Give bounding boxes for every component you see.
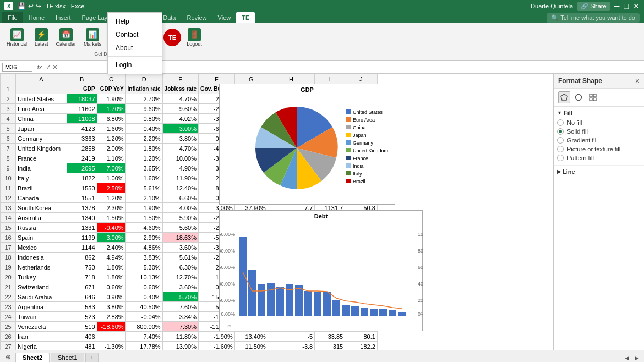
cell-A19[interactable]: Netherlands xyxy=(16,262,67,272)
fill-no-fill[interactable]: No fill xyxy=(557,118,641,127)
row-header-7[interactable]: 7 xyxy=(1,144,16,153)
cell-D9[interactable]: 3.65% xyxy=(125,163,162,173)
cell-A14[interactable]: Australia xyxy=(16,213,67,223)
cell-A22[interactable]: Saudi Arabia xyxy=(16,292,67,302)
cell-C18[interactable]: 4.94% xyxy=(97,253,125,262)
cell-C21[interactable]: 0.60% xyxy=(97,282,125,292)
cell-A4[interactable]: China xyxy=(16,114,67,124)
cell-C5[interactable]: 1.60% xyxy=(97,124,125,134)
col-c-header[interactable]: C xyxy=(97,74,125,84)
fill-picture-texture[interactable]: Picture or texture fill xyxy=(557,145,641,153)
cell-A7[interactable]: United Kingdom xyxy=(16,144,67,153)
cell-E9[interactable]: 4.90% xyxy=(162,163,198,173)
cell-C12[interactable]: 1.20% xyxy=(97,193,125,203)
col-h-header[interactable]: H xyxy=(268,74,315,84)
debt-chart[interactable]: Debt 250.00% 200.00% 150.00% 100.00% 50.… xyxy=(219,210,423,331)
cell-A18[interactable]: Indonesia xyxy=(16,253,67,262)
cell-B27[interactable]: 481 xyxy=(67,342,97,350)
cell-E23[interactable]: 7.60% xyxy=(162,302,198,312)
cell-A26[interactable]: Iran xyxy=(16,332,67,342)
cell-E20[interactable]: 12.70% xyxy=(162,272,198,282)
cell-E12[interactable]: 6.60% xyxy=(162,193,198,203)
cell-G27[interactable]: 11.50% xyxy=(234,342,268,350)
sheet-tab-add[interactable]: ⊕ xyxy=(2,352,14,362)
cell-D2[interactable]: 2.70% xyxy=(125,94,162,104)
row-header-22[interactable]: 22 xyxy=(1,292,16,302)
cell-C20[interactable]: -1.80% xyxy=(97,272,125,282)
row-header-1[interactable]: 1 xyxy=(1,84,16,94)
row-header-4[interactable]: 4 xyxy=(1,114,16,124)
sheet-tab-sheet1[interactable]: Sheet1 xyxy=(51,353,84,362)
cell-D23[interactable]: 40.50% xyxy=(125,302,162,312)
cell-D7[interactable]: 1.80% xyxy=(125,144,162,153)
cell-C2[interactable]: 1.90% xyxy=(97,94,125,104)
col-e-header[interactable]: E xyxy=(162,74,198,84)
cell-D15[interactable]: 4.60% xyxy=(125,223,162,233)
cell-A15[interactable]: Russia xyxy=(16,223,67,233)
calendar-btn[interactable]: 📅 Calendar xyxy=(54,27,79,48)
cell-D3[interactable]: 9.60% xyxy=(125,104,162,114)
fill-section-header[interactable]: ▼ Fill xyxy=(557,109,641,116)
cell-E1[interactable]: Jobless rate xyxy=(162,84,198,94)
cell-D16[interactable]: 2.90% xyxy=(125,233,162,243)
quick-access-undo[interactable]: ↩ xyxy=(28,2,34,10)
cell-A12[interactable]: Canada xyxy=(16,193,67,203)
row-header-10[interactable]: 10 xyxy=(1,173,16,183)
cell-C10[interactable]: 1.00% xyxy=(97,173,125,183)
cell-D24[interactable]: -0.04% xyxy=(125,312,162,322)
cell-A9[interactable]: India xyxy=(16,163,67,173)
cell-I26[interactable]: 33.85 xyxy=(315,332,345,342)
cell-A8[interactable]: France xyxy=(16,153,67,163)
cell-reference[interactable] xyxy=(2,63,32,72)
cell-B8[interactable]: 2419 xyxy=(67,153,97,163)
search-bar[interactable]: 🔍 Tell me what you want to do xyxy=(547,13,640,23)
sheet-tab-plus[interactable]: + xyxy=(85,353,99,362)
cell-F27[interactable]: -1.60% xyxy=(198,342,234,350)
cell-E27[interactable]: 13.90% xyxy=(162,342,198,350)
cell-D27[interactable]: 17.78% xyxy=(125,342,162,350)
cell-A21[interactable]: Switzerland xyxy=(16,282,67,292)
size-properties-icon[interactable] xyxy=(587,91,599,103)
cell-B4[interactable]: 11008 xyxy=(67,114,97,124)
historical-btn[interactable]: 📈 Historical xyxy=(4,27,29,48)
format-panel-close-btn[interactable]: × xyxy=(635,76,640,85)
tab-te[interactable]: TE xyxy=(236,12,255,23)
cell-D14[interactable]: 1.50% xyxy=(125,213,162,223)
col-j-header[interactable]: J xyxy=(345,74,378,84)
cell-C6[interactable]: 1.20% xyxy=(97,134,125,144)
cell-E21[interactable]: 3.60% xyxy=(162,282,198,292)
cell-D12[interactable]: 2.10% xyxy=(125,193,162,203)
cell-B19[interactable]: 750 xyxy=(67,262,97,272)
cell-I27[interactable]: 315 xyxy=(315,342,345,350)
cell-D10[interactable]: 1.60% xyxy=(125,173,162,183)
cell-C8[interactable]: 1.10% xyxy=(97,153,125,163)
cell-A10[interactable]: Italy xyxy=(16,173,67,183)
row-header-9[interactable]: 9 xyxy=(1,163,16,173)
cell-B12[interactable]: 1551 xyxy=(67,193,97,203)
cell-A25[interactable]: Venezuela xyxy=(16,322,67,332)
cell-D17[interactable]: 4.86% xyxy=(125,243,162,253)
cell-E6[interactable]: 3.80% xyxy=(162,134,198,144)
row-header-19[interactable]: 19 xyxy=(1,262,16,272)
col-a-header[interactable]: A xyxy=(16,74,67,84)
cell-C23[interactable]: -3.80% xyxy=(97,302,125,312)
col-g-header[interactable]: G xyxy=(234,74,268,84)
logout-btn[interactable]: 🚪 Logout xyxy=(184,27,204,48)
cell-B6[interactable]: 3363 xyxy=(67,134,97,144)
line-section-header[interactable]: ▶ Line xyxy=(557,168,641,175)
cell-E24[interactable]: 3.84% xyxy=(162,312,198,322)
fill-gradient-fill[interactable]: Gradient fill xyxy=(557,136,641,145)
cell-H26[interactable]: -5 xyxy=(268,332,315,342)
fill-pattern[interactable]: Pattern fill xyxy=(557,153,641,162)
cell-B26[interactable]: 406 xyxy=(67,332,97,342)
cell-B2[interactable]: 18037 xyxy=(67,94,97,104)
cell-C11[interactable]: -2.50% xyxy=(97,183,125,193)
tab-scroll-right[interactable]: ► xyxy=(632,354,642,362)
row-header-6[interactable]: 6 xyxy=(1,134,16,144)
cell-A6[interactable]: Germany xyxy=(16,134,67,144)
cell-B13[interactable]: 1378 xyxy=(67,203,97,213)
cell-E10[interactable]: 11.90% xyxy=(162,173,198,183)
cell-C22[interactable]: 0.90% xyxy=(97,292,125,302)
cell-J27[interactable]: 182.2 xyxy=(345,342,378,350)
cell-E18[interactable]: 5.61% xyxy=(162,253,198,262)
